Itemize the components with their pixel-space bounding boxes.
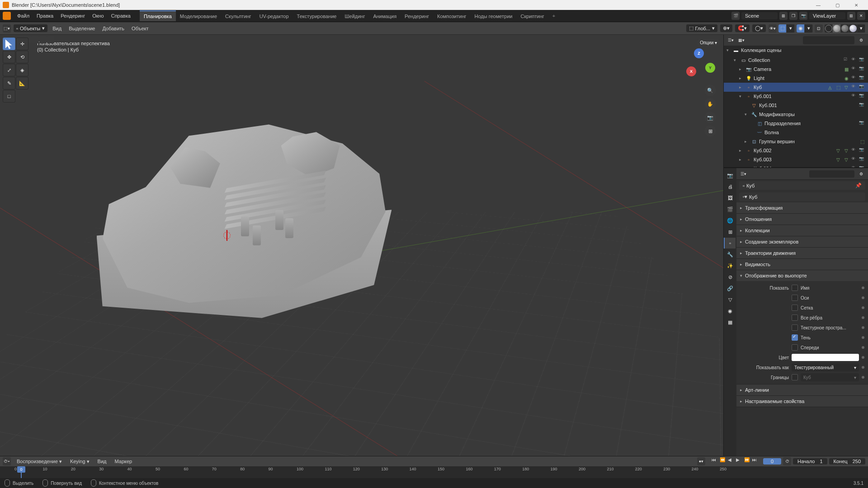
viewport-3d[interactable]: ✛ ✥ ⟲ ⤢ ◈ ✎ 📐 □ Пользовательская перспек…	[0, 35, 723, 456]
close-button[interactable]: ✕	[847, 1, 865, 9]
play-icon[interactable]: ▶	[736, 457, 743, 465]
marker-menu[interactable]: Маркер	[112, 458, 134, 465]
outliner-search[interactable]	[803, 36, 855, 44]
playhead[interactable]: 0	[17, 466, 25, 473]
checkbox-Сетка[interactable]	[792, 305, 798, 311]
workspace-tab-2[interactable]: Скульптинг	[221, 10, 255, 21]
visibility-toggle[interactable]: 👁	[851, 156, 858, 163]
blender-logo-icon[interactable]	[3, 12, 11, 20]
autokey-toggle[interactable]: ●▾	[697, 457, 705, 465]
workspace-tab-1[interactable]: Моделирование	[176, 10, 221, 21]
visibility-toggle[interactable]: 👁	[851, 147, 858, 154]
anim-dot-icon[interactable]	[862, 306, 864, 309]
panel-header[interactable]: ▸Отношения	[736, 214, 868, 225]
panel-header[interactable]: ▸Трансформация	[736, 202, 868, 213]
outliner-row[interactable]: ▸▫Куб.003▽▽👁📷	[724, 155, 868, 164]
checkbox-Текстурное простра...[interactable]	[792, 324, 798, 331]
gizmo-y-axis[interactable]: Y	[705, 63, 715, 73]
shading-dropdown[interactable]: ▾	[857, 24, 865, 33]
outliner-row[interactable]: ▸▫Куб.002▽▽👁📷	[724, 146, 868, 155]
pin-icon[interactable]: 📌	[855, 183, 862, 188]
tab-object[interactable]: ▫	[724, 238, 736, 249]
props-breadcrumb-2[interactable]: ▫▾ Куб	[739, 192, 865, 201]
bounds-checkbox[interactable]	[792, 374, 798, 380]
expand-icon[interactable]: ▾	[739, 94, 744, 99]
viewlayer-icon[interactable]: 📷	[799, 12, 807, 20]
object-menu[interactable]: Объект	[129, 25, 151, 32]
panel-header[interactable]: ▾ Отображение во вьюпорте	[736, 270, 868, 281]
visibility-toggle[interactable]: 👁	[851, 75, 858, 81]
outliner-row[interactable]: 〰Волна	[724, 128, 868, 137]
outliner-mode-icon[interactable]: ☰▾	[726, 36, 735, 44]
view-menu[interactable]: Вид	[50, 25, 64, 32]
pivot-selector[interactable]: ⊕▾	[720, 24, 732, 32]
color-input[interactable]	[792, 354, 859, 361]
tab-constraints[interactable]: 🔗	[724, 283, 736, 294]
sel-mode-5[interactable]	[47, 36, 54, 43]
proportional-edit[interactable]: ◯▾	[752, 24, 766, 32]
measure-tool[interactable]: 📐	[16, 77, 28, 89]
workspace-tab-9[interactable]: Ноды геометрии	[471, 10, 517, 21]
display-as-select[interactable]: Текстурированный▾	[792, 363, 859, 371]
anim-dot-icon[interactable]	[862, 296, 864, 299]
visibility-toggle[interactable]: 👁	[851, 165, 858, 167]
render-toggle[interactable]: 📷	[859, 120, 865, 127]
gizmo-z-axis[interactable]: Z	[694, 48, 704, 58]
outliner-row[interactable]: ▾▭Collection☑👁📷	[724, 56, 868, 65]
outliner-row[interactable]: ▾▫Куб.001👁📷	[724, 92, 868, 101]
visibility-toggle[interactable]: 👁	[851, 93, 858, 99]
select-tool[interactable]	[3, 38, 15, 50]
tab-world[interactable]: 🌐	[724, 215, 736, 226]
current-frame-field[interactable]: 0	[763, 458, 781, 465]
anim-dot-icon[interactable]	[862, 336, 864, 339]
render-toggle[interactable]: 📷	[859, 66, 865, 72]
shading-solid[interactable]	[833, 24, 841, 33]
workspace-tab-8[interactable]: Композитинг	[433, 10, 471, 21]
orientation-selector[interactable]: ⬚ Глоб... ▾	[686, 24, 717, 32]
render-toggle[interactable]: 📷	[859, 93, 865, 99]
expand-icon[interactable]: ▸	[739, 148, 744, 153]
outliner-row[interactable]: ▾🔧Модификаторы	[724, 110, 868, 119]
expand-icon[interactable]: ▸	[739, 166, 744, 167]
outliner-row[interactable]: ▽Куб.001📷	[724, 101, 868, 110]
viewlayer-selector[interactable]: ViewLayer	[809, 12, 845, 19]
camera-view-icon[interactable]: 📷	[704, 112, 716, 123]
add-workspace-button[interactable]: +	[549, 11, 558, 20]
render-toggle[interactable]: 📷	[859, 102, 865, 108]
scene-icon[interactable]: 🎬	[731, 12, 740, 20]
anim-dot-icon[interactable]	[862, 326, 864, 329]
tab-viewlayer[interactable]: 🖼	[724, 192, 736, 203]
workspace-tab-0[interactable]: Планировка	[140, 10, 176, 21]
outliner-row[interactable]: ▸📷Camera▦👁📷	[724, 65, 868, 74]
jump-start-icon[interactable]: ⏮	[712, 457, 719, 465]
visibility-toggle[interactable]: 👁	[851, 66, 858, 72]
scale-tool[interactable]: ⤢	[3, 64, 15, 76]
preview-range-icon[interactable]: ⏱	[783, 457, 791, 465]
expand-icon[interactable]: ▸	[739, 76, 744, 80]
jump-prev-key-icon[interactable]: ⏪	[720, 457, 727, 465]
outliner-display-icon[interactable]: ▦▾	[737, 36, 745, 44]
anim-dot-icon[interactable]	[862, 286, 864, 289]
outliner-row[interactable]: ▸💡Light◉👁📷	[724, 74, 868, 83]
sel-mode-3[interactable]	[32, 36, 39, 43]
tab-physics[interactable]: ⊘	[724, 272, 736, 282]
expand-icon[interactable]: ▾	[734, 58, 738, 62]
menu-Рендеринг[interactable]: Рендеринг	[57, 12, 89, 20]
workspace-tab-5[interactable]: Шейдинг	[340, 10, 369, 21]
checkbox-Все рёбра[interactable]	[792, 314, 798, 321]
anim-dot-icon[interactable]	[862, 356, 864, 359]
render-toggle[interactable]: 📷	[859, 57, 865, 63]
anim-dot-icon[interactable]	[862, 376, 864, 379]
gizmo-toggle-1[interactable]: ⬚	[778, 24, 787, 33]
copy-scene-button[interactable]: ❐	[789, 12, 797, 20]
exclude-toggle[interactable]: ☑	[844, 57, 850, 63]
expand-icon[interactable]: ▸	[745, 139, 749, 144]
play-reverse-icon[interactable]: ◀	[728, 457, 735, 465]
expand-icon[interactable]: ▾	[745, 112, 749, 117]
sel-mode-4[interactable]	[39, 36, 47, 43]
outliner-row[interactable]: ◫Подразделения📷	[724, 119, 868, 128]
keying-menu[interactable]: Keying ▾	[68, 458, 92, 465]
rotate-tool[interactable]: ⟲	[16, 51, 28, 63]
navigation-gizmo[interactable]: Z Y X	[683, 48, 715, 81]
render-toggle[interactable]: 📷	[859, 156, 865, 163]
